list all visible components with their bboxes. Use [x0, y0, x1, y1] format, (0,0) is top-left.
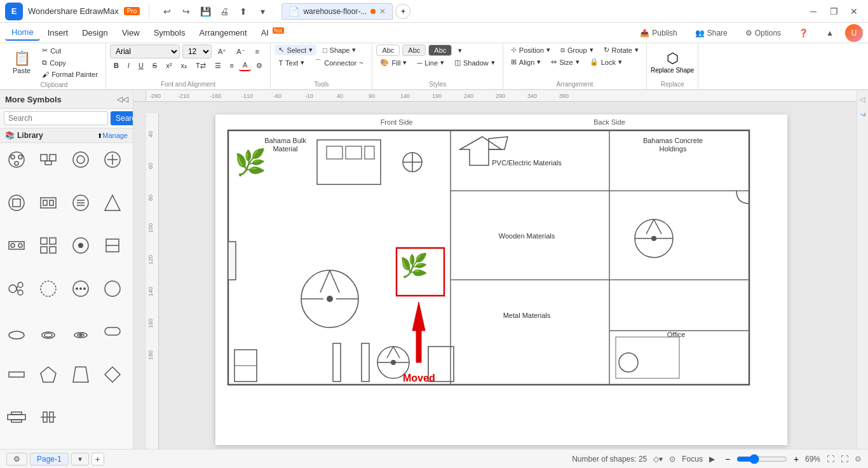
undo-button[interactable]: ↩ [158, 3, 176, 20]
group-button[interactable]: ⧈ Group ▾ [557, 45, 597, 55]
shape-item[interactable] [68, 190, 93, 216]
shape-item[interactable] [68, 319, 93, 344]
share-menu-button[interactable]: 👥 Share [689, 26, 734, 40]
text-button[interactable]: T Text ▾ [275, 57, 308, 68]
shape-item[interactable] [36, 190, 61, 216]
style-abc-3[interactable]: Abc [428, 45, 452, 56]
plant-shape-selected[interactable]: 🌿 [400, 254, 428, 277]
shape-item[interactable] [68, 362, 93, 387]
fill-button[interactable]: 🎨 Fill▾ [376, 57, 410, 68]
list-button[interactable]: ≡ [226, 60, 238, 71]
shape-item[interactable] [68, 276, 93, 301]
help-button[interactable]: ❓ [792, 26, 815, 40]
publish-button[interactable]: 📤 Publish [634, 26, 683, 40]
page-1-arrow[interactable]: ▾ [71, 453, 89, 465]
shape-item[interactable] [68, 233, 93, 258]
shape-item[interactable] [36, 233, 61, 258]
menu-view[interactable]: View [116, 25, 146, 40]
search-input[interactable] [4, 111, 108, 125]
menu-insert[interactable]: Insert [41, 25, 75, 40]
align-button[interactable]: ≡ [252, 46, 263, 57]
doc-tab[interactable]: 📄 warehouse-floor-... ✕ [281, 3, 393, 20]
menu-symbols[interactable]: Symbols [147, 25, 192, 40]
lock-button[interactable]: 🔒 Lock ▾ [586, 57, 626, 67]
shape-item[interactable] [36, 404, 61, 430]
minimize-button[interactable]: ─ [804, 3, 822, 20]
superscript-button[interactable]: x² [162, 60, 175, 71]
menu-design[interactable]: Design [76, 25, 114, 40]
print-button[interactable]: 🖨 [215, 3, 233, 20]
shape-button[interactable]: □ Shape ▾ [319, 45, 360, 55]
shape-item[interactable] [100, 147, 125, 172]
replace-shape-button[interactable]: ⬡ Replace Shape [651, 45, 694, 79]
shape-item[interactable] [36, 276, 61, 301]
font-settings-button[interactable]: ⚙ [252, 60, 266, 71]
add-tab-button[interactable]: + [395, 4, 410, 19]
options-button[interactable]: ⚙ Options [739, 26, 787, 40]
canvas-container[interactable]: 40 60 80 100 120 140 160 180 Front Side … [146, 102, 857, 449]
redo-button[interactable]: ↪ [177, 3, 195, 20]
shape-item[interactable] [36, 362, 61, 387]
close-doc-btn[interactable]: ✕ [379, 7, 386, 16]
bullets-button[interactable]: ☰ [211, 60, 225, 71]
align-arrange-button[interactable]: ⊞ Align ▾ [507, 57, 545, 67]
styles-expand-button[interactable]: ▾ [454, 45, 466, 56]
close-button[interactable]: ✕ [845, 3, 863, 20]
shape-item[interactable] [100, 233, 125, 258]
shape-item[interactable] [100, 276, 125, 301]
shape-item[interactable] [4, 233, 29, 258]
menu-home[interactable]: Home [5, 25, 40, 41]
shape-item[interactable] [4, 404, 29, 430]
copy-button[interactable]: ⧉ Copy [38, 57, 102, 68]
collapse-button[interactable]: ◁◁ [118, 94, 128, 104]
shape-item[interactable] [4, 319, 29, 344]
subscript-button[interactable]: x₂ [177, 60, 191, 71]
color-settings-button[interactable]: ⚙ [855, 455, 862, 464]
zoom-in-button[interactable]: + [790, 453, 803, 465]
shape-item[interactable] [100, 190, 125, 216]
rotate-button[interactable]: ↻ Rotate ▾ [600, 45, 642, 55]
shape-style-icon[interactable]: ◇▾ [653, 455, 663, 464]
strikethrough-button[interactable]: S [149, 60, 161, 71]
main-canvas[interactable]: Front Side Back Side Ba [215, 114, 787, 445]
shape-item[interactable] [4, 190, 29, 216]
collapse-ribbon-button[interactable]: ▲ [820, 26, 840, 40]
underline-button[interactable]: U [135, 60, 147, 71]
italic-button[interactable]: I [124, 60, 133, 71]
page-settings-icon[interactable]: ⚙ [6, 453, 27, 465]
zoom-slider[interactable] [736, 454, 787, 464]
focus-label[interactable]: Focus [682, 455, 703, 464]
increase-font-button[interactable]: A⁺ [214, 46, 230, 57]
select-button[interactable]: ↖ Select ▾ [275, 45, 316, 55]
shape-item[interactable] [100, 362, 125, 387]
format-painter-button[interactable]: 🖌 Format Painter [38, 69, 102, 79]
manage-button[interactable]: Manage [102, 132, 128, 139]
shape-item[interactable] [100, 319, 125, 344]
plant-shape-1[interactable]: 🌿 [234, 149, 266, 175]
help-panel-toggle[interactable]: ? [859, 113, 867, 116]
menu-advanced[interactable]: Arrangement [193, 25, 253, 40]
font-color-button[interactable]: A [239, 60, 251, 71]
connector-button[interactable]: ⌒ Connector ~ [311, 57, 367, 69]
zoom-out-button[interactable]: − [721, 453, 734, 465]
paste-button[interactable]: 📋 Paste [6, 45, 37, 80]
cut-button[interactable]: ✂ Cut [38, 45, 102, 56]
maximize-button[interactable]: ❐ [825, 3, 843, 20]
line-button[interactable]: ─ Line▾ [413, 57, 448, 68]
shape-item[interactable] [4, 147, 29, 172]
more-button[interactable]: ▾ [254, 3, 271, 20]
search-button[interactable]: Search [111, 111, 133, 125]
add-page-button[interactable]: + [92, 453, 104, 465]
style-abc-1[interactable]: Abc [376, 45, 400, 56]
shape-item[interactable] [4, 276, 29, 301]
save-button[interactable]: 💾 [196, 3, 214, 20]
shape-item[interactable] [4, 362, 29, 387]
shape-item[interactable] [68, 147, 93, 172]
text-direction-button[interactable]: T⇄ [192, 60, 210, 71]
decrease-font-button[interactable]: A⁻ [233, 46, 248, 57]
play-icon[interactable]: ▶ [709, 455, 715, 464]
fit-page-button[interactable]: ⛶ [827, 455, 834, 464]
right-panel-toggle[interactable]: ◁ [858, 95, 867, 104]
shape-item[interactable] [36, 319, 61, 344]
expand-view-button[interactable]: ⛶ [841, 455, 848, 464]
